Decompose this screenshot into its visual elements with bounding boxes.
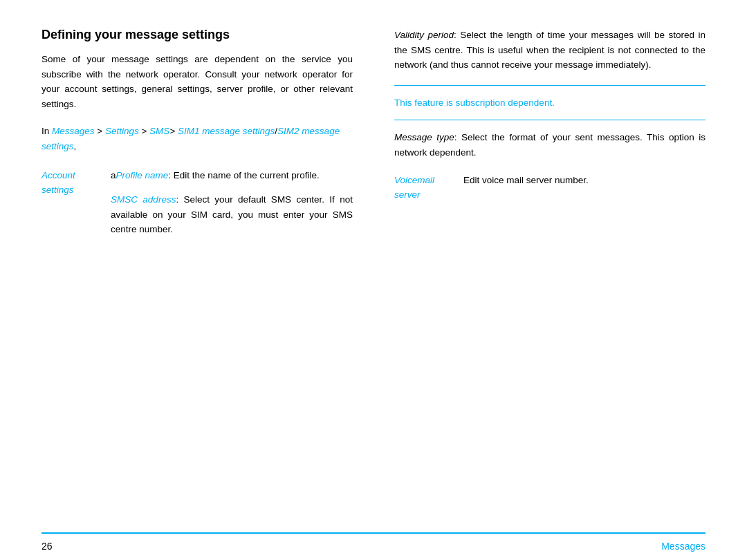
nav-sms: SMS bbox=[149, 126, 169, 136]
profile-name-prefix: a bbox=[111, 170, 116, 180]
nav-prefix: In bbox=[42, 126, 52, 136]
section-title: Defining your message settings bbox=[42, 28, 353, 42]
right-column: Validity period: Select the length of ti… bbox=[387, 28, 706, 519]
nav-sep2: > bbox=[139, 126, 149, 136]
voicemail-label: Voicemail server bbox=[394, 173, 463, 203]
nav-settings: Settings bbox=[105, 126, 139, 136]
voicemail-row: Voicemail server Edit voice mail server … bbox=[394, 173, 706, 203]
nav-comma: , bbox=[74, 141, 77, 151]
validity-text: Validity period: Select the length of ti… bbox=[394, 28, 706, 73]
content-area: Defining your message settings Some of y… bbox=[42, 28, 706, 519]
profile-name-entry: aProfile name: Edit the name of the curr… bbox=[111, 168, 353, 183]
account-label-text: Account settings bbox=[42, 170, 75, 196]
nav-sep3: > bbox=[169, 126, 178, 136]
divider-bottom bbox=[394, 120, 706, 120]
intro-text: Some of your message settings are depend… bbox=[42, 52, 353, 111]
message-type-label: Message type bbox=[394, 132, 454, 142]
nav-sep1: > bbox=[95, 126, 105, 136]
divider-top bbox=[394, 85, 706, 86]
smsc-label: SMSC address bbox=[111, 194, 176, 205]
voicemail-label-text: Voicemail server bbox=[394, 175, 434, 200]
nav-messages: Messages bbox=[52, 126, 95, 136]
voicemail-content: Edit voice mail server number. bbox=[463, 173, 706, 203]
page-container: Defining your message settings Some of y… bbox=[0, 0, 747, 560]
settings-table: Account settings aProfile name: Edit the… bbox=[42, 168, 353, 247]
nav-sim1: SIM1 message settings bbox=[178, 126, 275, 136]
account-label: Account settings bbox=[42, 168, 111, 237]
footer: 26 Messages bbox=[42, 532, 706, 560]
footer-page-number: 26 bbox=[42, 541, 53, 552]
left-column: Defining your message settings Some of y… bbox=[42, 28, 360, 519]
account-content: aProfile name: Edit the name of the curr… bbox=[111, 168, 353, 237]
account-settings-row: Account settings aProfile name: Edit the… bbox=[42, 168, 353, 237]
message-type-text: Message type: Select the format of your … bbox=[394, 130, 706, 160]
profile-name-text: : Edit the name of the current profile. bbox=[168, 170, 319, 180]
footer-section-name: Messages bbox=[661, 541, 706, 552]
feature-box: This feature is subscription dependent. bbox=[394, 95, 706, 111]
profile-name-label: Profile name bbox=[116, 170, 169, 180]
nav-path: In Messages > Settings > SMS> SIM1 messa… bbox=[42, 124, 353, 153]
smsc-entry: SMSC address: Select your default SMS ce… bbox=[111, 192, 353, 237]
validity-label: Validity period bbox=[394, 30, 454, 40]
feature-text: This feature is subscription dependent. bbox=[394, 95, 706, 111]
